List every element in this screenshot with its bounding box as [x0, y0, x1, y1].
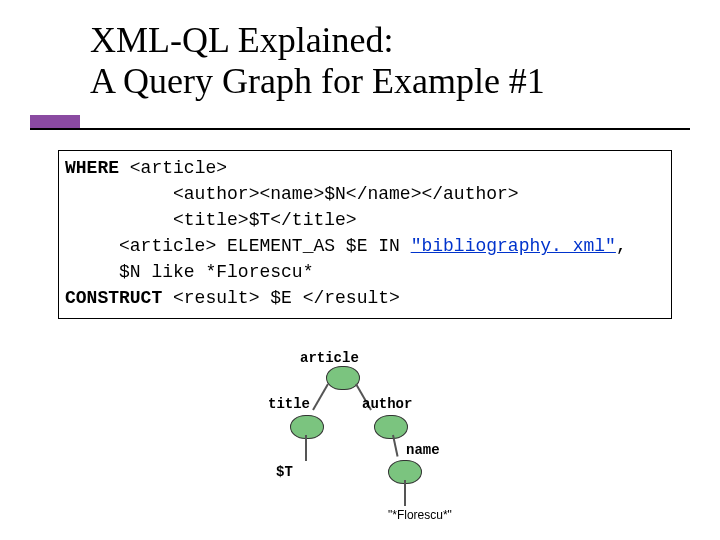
code-line-1: <article>	[119, 158, 227, 178]
kw-construct: CONSTRUCT	[65, 288, 162, 308]
label-florescu-leaf: "*Florescu*"	[388, 508, 452, 522]
edge-article-title	[312, 384, 329, 411]
kw-where: WHERE	[65, 158, 119, 178]
node-article	[326, 366, 360, 390]
code-line-6: <result> $E </result>	[162, 288, 400, 308]
query-code-box: WHERE <article> <author><name>$N</name><…	[58, 150, 672, 319]
label-name: name	[406, 442, 440, 458]
code-line-2: <author><name>$N</name></author>	[65, 184, 519, 204]
accent-bar	[30, 115, 80, 129]
node-title	[290, 415, 324, 439]
label-author: author	[362, 396, 412, 412]
edge-title-t	[305, 435, 307, 461]
label-t-var: $T	[276, 464, 293, 480]
code-line-4a: <article> ELEMENT_AS $E IN	[65, 236, 411, 256]
title-rule	[30, 128, 690, 130]
title-line-2: A Query Graph for Example #1	[90, 61, 690, 102]
edge-name-leaf	[404, 480, 406, 506]
code-line-3: <title>$T</title>	[65, 210, 357, 230]
slide-title: XML-QL Explained: A Query Graph for Exam…	[90, 20, 690, 103]
label-title: title	[268, 396, 310, 412]
title-line-1: XML-QL Explained:	[90, 20, 690, 61]
node-author	[374, 415, 408, 439]
label-article: article	[300, 350, 359, 366]
slide: XML-QL Explained: A Query Graph for Exam…	[0, 0, 720, 540]
query-graph: article title author $T name "*Florescu*…	[0, 340, 720, 540]
bibliography-link[interactable]: "bibliography. xml"	[411, 236, 616, 256]
code-line-4b: ,	[616, 236, 627, 256]
code-line-5: $N like *Florescu*	[65, 262, 313, 282]
